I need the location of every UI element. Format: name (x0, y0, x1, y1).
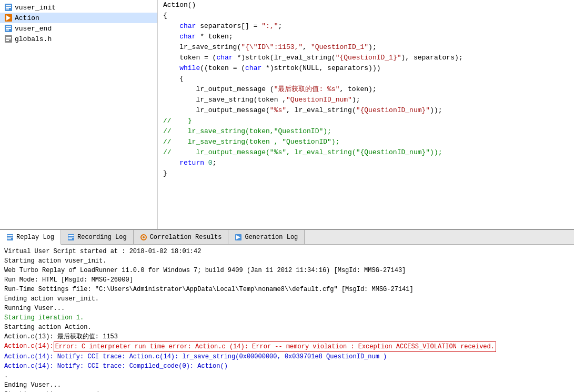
code-area[interactable]: Action() { char separators[] = ":,"; cha… (158, 0, 574, 229)
code-editor: Action() { char separators[] = ":,"; cha… (158, 0, 574, 229)
tab-recording-log[interactable]: Recording Log (61, 230, 134, 244)
generation-log-icon (235, 234, 242, 241)
sidebar-label-action: Action (15, 14, 39, 22)
tab-recording-log-label: Recording Log (77, 234, 127, 241)
code-line: lr_output_message("%s", lr_eval_string("… (163, 105, 569, 116)
code-line: return 0; (163, 158, 569, 168)
code-line: // lr_output_message("%s", lr_eval_strin… (163, 147, 569, 158)
code-line: lr_save_string("{\"ID\":1153,", "Questio… (163, 42, 569, 53)
code-line: // lr_save_string(token,"QuestionID"); (163, 126, 569, 137)
log-line: Ending Vuser... (4, 380, 570, 390)
sidebar-label-vuser-init: vuser_init (15, 4, 56, 12)
log-line: Run-Time Settings file: "C:\Users\Admini… (4, 285, 570, 294)
log-line: Starting action vuser_init. (4, 256, 570, 266)
svg-rect-8 (6, 28, 11, 29)
code-line: { (163, 74, 569, 84)
log-line: . (4, 371, 570, 380)
recording-log-icon (67, 234, 75, 241)
code-line: // } (163, 116, 569, 126)
code-line: char separators[] = ":,"; (163, 21, 569, 32)
code-line: while((token = (char *)strtok(NULL, sepa… (163, 63, 569, 74)
tab-generation-log-label: Generation Log (245, 234, 298, 241)
log-line: Running Vuser... (4, 304, 570, 313)
svg-rect-17 (7, 238, 11, 239)
log-line: Starting action vuser_end. (4, 390, 570, 392)
log-line: Action.c(13): 最后获取的值: 1153 (4, 332, 570, 341)
svg-point-23 (143, 236, 145, 238)
bottom-panel: Replay Log Recording Log Correlation R (0, 229, 574, 392)
code-line: char * token; (163, 32, 569, 42)
code-line: { (163, 11, 569, 21)
svg-rect-19 (68, 235, 74, 236)
script-end-icon (4, 24, 13, 33)
sidebar-item-action[interactable]: Action (0, 13, 157, 23)
svg-rect-1 (6, 5, 11, 6)
replay-log-icon (6, 234, 14, 241)
svg-rect-15 (7, 235, 13, 236)
log-line-notify1: Action.c(14): Notify: CCI trace: Action.… (4, 352, 570, 361)
code-line: token = (char *)strtok(lr_eval_string("{… (163, 53, 569, 63)
log-line: Run Mode: HTML [MsgId: MMSG-26000] (4, 275, 570, 285)
script-icon (4, 3, 13, 12)
correlation-icon (140, 234, 147, 241)
log-line-iteration: Starting iteration 1. (4, 313, 570, 323)
tabs-bar: Replay Log Recording Log Correlation R (0, 230, 574, 245)
svg-rect-21 (68, 238, 72, 239)
svg-rect-20 (68, 237, 74, 238)
file-tree: vuser_init Action vuser_end (0, 0, 158, 229)
sidebar-item-vuser-end[interactable]: vuser_end (0, 23, 157, 34)
code-line: Action() (163, 0, 569, 11)
sidebar-label-globals: globals.h (15, 35, 52, 43)
svg-rect-11 (6, 37, 11, 38)
log-output[interactable]: Virtual User Script started at : 2018-01… (0, 245, 574, 392)
tab-replay-log-label: Replay Log (16, 234, 54, 241)
svg-rect-16 (7, 237, 13, 238)
svg-rect-7 (6, 26, 11, 27)
log-line: Virtual User Script started at : 2018-01… (4, 247, 570, 256)
svg-rect-9 (6, 29, 9, 31)
tab-replay-log[interactable]: Replay Log (0, 230, 61, 245)
code-line: lr_save_string(token ,"QuestionID_num"); (163, 95, 569, 105)
globals-icon (4, 35, 13, 43)
svg-rect-13 (6, 40, 9, 41)
svg-rect-12 (6, 38, 11, 39)
log-line: Web Turbo Replay of LoadRunner 11.0.0 fo… (4, 266, 570, 275)
log-line-notify2: Action.c(14): Notify: CCI trace: Compile… (4, 361, 570, 371)
svg-rect-3 (6, 8, 9, 9)
tab-generation-log[interactable]: Generation Log (228, 230, 305, 244)
log-line: Ending action vuser_init. (4, 294, 570, 304)
sidebar-label-vuser-end: vuser_end (15, 25, 52, 33)
code-line: // lr_save_string(token , "QuestionID"); (163, 137, 569, 147)
sidebar-item-globals[interactable]: globals.h (0, 34, 157, 44)
log-line: Starting action Action. (4, 323, 570, 332)
action-icon (4, 14, 13, 22)
code-line: lr_output_message ("最后获取的值: %s", token); (163, 84, 569, 95)
tab-correlation-results[interactable]: Correlation Results (134, 230, 229, 244)
code-line: } (163, 168, 569, 179)
sidebar-item-vuser-init[interactable]: vuser_init (0, 2, 157, 13)
tab-correlation-label: Correlation Results (150, 234, 222, 241)
log-line-error: Action.c(14): Error: C interpreter run t… (4, 341, 570, 352)
svg-rect-2 (6, 7, 11, 8)
